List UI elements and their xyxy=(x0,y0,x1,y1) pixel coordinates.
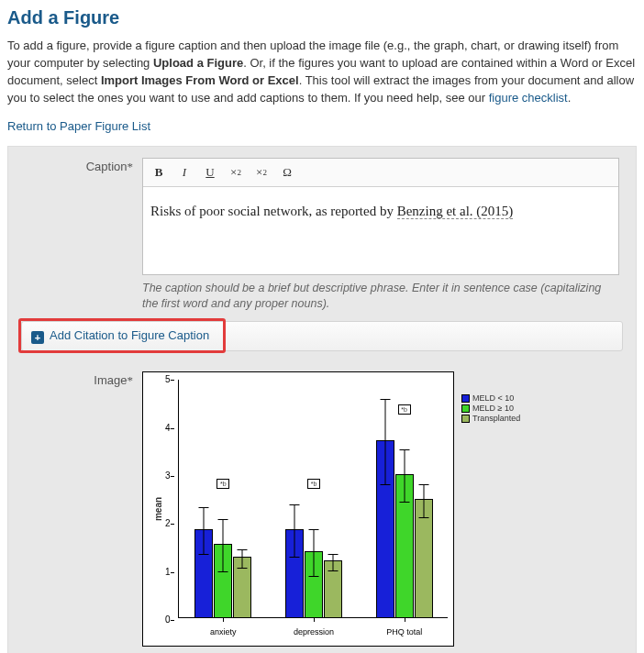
plus-icon: + xyxy=(31,331,44,344)
error-bar xyxy=(294,504,295,558)
x-tick-mark xyxy=(223,618,224,622)
plot-area: *b*b*b xyxy=(178,380,448,618)
caption-text: Risks of poor social network, as reporte… xyxy=(150,204,397,218)
x-tick: PHQ total xyxy=(386,627,422,636)
legend-swatch xyxy=(461,404,470,413)
required-mark: * xyxy=(128,160,134,173)
chart-frame: mean *b*b*b 012345anxietydepressionPHQ t… xyxy=(142,371,454,647)
image-label: Image* xyxy=(21,371,142,388)
superscript-button[interactable]: ×2 xyxy=(224,160,248,184)
legend-label: MELD < 10 xyxy=(472,393,514,403)
citation-bar: +Add Citation to Figure Caption xyxy=(21,321,623,351)
add-citation-button[interactable]: +Add Citation to Figure Caption xyxy=(22,322,218,350)
required-mark-image: * xyxy=(128,373,134,387)
intro-bold-import: Import Images From Word or Excel xyxy=(101,73,299,87)
caption-label: Caption* xyxy=(21,158,142,174)
legend-label: Transplanted xyxy=(472,414,520,423)
y-tick: 4 xyxy=(165,423,171,433)
caption-label-text: Caption xyxy=(86,160,128,173)
legend-item: MELD ≥ 10 xyxy=(461,404,520,413)
y-tick: 2 xyxy=(165,518,171,528)
y-tick: 0 xyxy=(165,614,171,625)
underline-button[interactable]: U xyxy=(198,160,222,184)
y-tick: 5 xyxy=(165,374,171,384)
superscript-glyph: × xyxy=(230,165,237,180)
error-bar xyxy=(404,449,405,503)
x-tick-mark xyxy=(405,618,405,622)
symbol-button[interactable]: Ω xyxy=(275,160,299,184)
return-link[interactable]: Return to Paper Figure List xyxy=(7,119,150,133)
intro-part-4: . xyxy=(568,91,572,105)
y-tick: 1 xyxy=(165,567,171,577)
legend-label: MELD ≥ 10 xyxy=(472,404,514,413)
bold-button[interactable]: B xyxy=(147,160,171,184)
legend: MELD < 10MELD ≥ 10Transplanted xyxy=(461,393,520,424)
image-label-text: Image xyxy=(94,373,127,387)
sig-marker: *b xyxy=(398,404,411,415)
sig-marker: *b xyxy=(217,479,229,489)
caption-field: Caption* B I U ×2 ×2 Ω Risks of poor soc… xyxy=(21,158,623,312)
intro-bold-upload: Upload a Figure xyxy=(153,56,243,70)
legend-item: MELD < 10 xyxy=(461,393,520,403)
error-bar xyxy=(242,549,243,569)
error-bar xyxy=(333,554,334,571)
error-bar xyxy=(223,519,224,572)
error-bar xyxy=(204,507,205,555)
subscript-glyph: × xyxy=(256,165,262,180)
error-bar xyxy=(423,484,424,518)
legend-swatch xyxy=(461,394,470,403)
figure-checklist-link[interactable]: figure checklist xyxy=(489,91,568,105)
legend-swatch xyxy=(461,415,470,423)
sig-marker: *b xyxy=(307,479,320,489)
italic-button[interactable]: I xyxy=(172,160,196,184)
editor-toolbar: B I U ×2 ×2 Ω xyxy=(143,159,618,187)
form-panel: Caption* B I U ×2 ×2 Ω Risks of poor soc… xyxy=(7,146,637,653)
legend-item: Transplanted xyxy=(461,414,520,423)
add-citation-label: Add Citation to Figure Caption xyxy=(50,328,209,342)
caption-editor: B I U ×2 ×2 Ω Risks of poor social netwo… xyxy=(142,158,619,275)
x-tick: depression xyxy=(294,627,334,636)
intro-text: To add a figure, provide a figure captio… xyxy=(7,38,637,106)
x-tick-mark xyxy=(314,618,315,622)
x-tick: anxiety xyxy=(210,627,237,636)
image-field: Image* mean *b*b*b 012345anxietydepressi… xyxy=(21,371,623,647)
page-title: Add a Figure xyxy=(7,7,637,28)
caption-input[interactable]: Risks of poor social network, as reporte… xyxy=(143,187,618,274)
error-bar xyxy=(384,399,385,485)
caption-hint: The caption should be a brief but descri… xyxy=(142,281,619,312)
y-tick: 3 xyxy=(165,470,171,481)
chart-wrap: mean *b*b*b 012345anxietydepressionPHQ t… xyxy=(142,371,601,647)
error-bar xyxy=(314,529,315,577)
caption-citation[interactable]: Benzing et al. (2015) xyxy=(397,204,514,219)
subscript-button[interactable]: ×2 xyxy=(250,160,273,184)
y-axis-label: mean xyxy=(153,497,163,521)
